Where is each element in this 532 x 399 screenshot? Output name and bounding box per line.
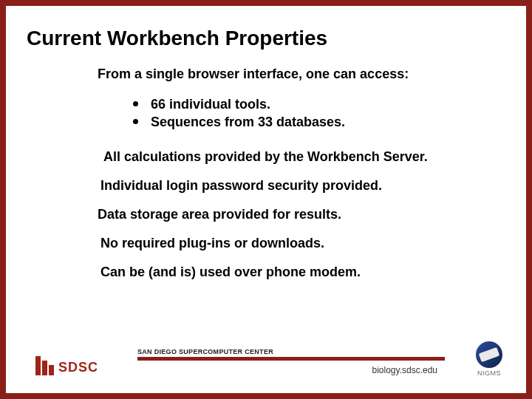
body-paragraph: Data storage area provided for results. [98,207,505,222]
center-title: SAN DIEGO SUPERCOMPUTER CENTER [137,348,445,355]
nigms-label: NIGMS [476,369,502,377]
sdsc-logo-text: SDSC [58,360,98,375]
list-item: 66 individual tools. [133,95,505,113]
body-paragraph: Individual login password security provi… [100,178,505,194]
lead-line: From a single browser interface, one can… [98,66,505,82]
body-paragraph: Can be (and is) used over phone modem. [100,265,505,280]
slide-body: From a single browser interface, one can… [98,66,505,280]
slide-content: Current Workbench Properties From a sing… [27,27,505,378]
slide-title: Current Workbench Properties [27,27,505,50]
body-paragraph: All calculations provided by the Workben… [103,149,505,165]
nigms-badge: NIGMS [476,341,502,377]
list-item: Sequences from 33 databases. [133,113,505,131]
footer-site: biology.sdsc.edu [372,365,438,375]
footer-center: SAN DIEGO SUPERCOMPUTER CENTER [137,348,445,361]
slide-frame: Current Workbench Properties From a sing… [0,0,532,399]
slide-footer: SDSC SAN DIEGO SUPERCOMPUTER CENTER biol… [27,341,505,383]
sdsc-bars-icon [35,356,54,375]
divider-rule [137,357,445,361]
nigms-icon [476,341,502,368]
bullet-list: 66 individual tools. Sequences from 33 d… [133,95,505,132]
body-paragraph: No required plug-ins or downloads. [100,236,505,251]
sdsc-logo: SDSC [35,356,98,375]
